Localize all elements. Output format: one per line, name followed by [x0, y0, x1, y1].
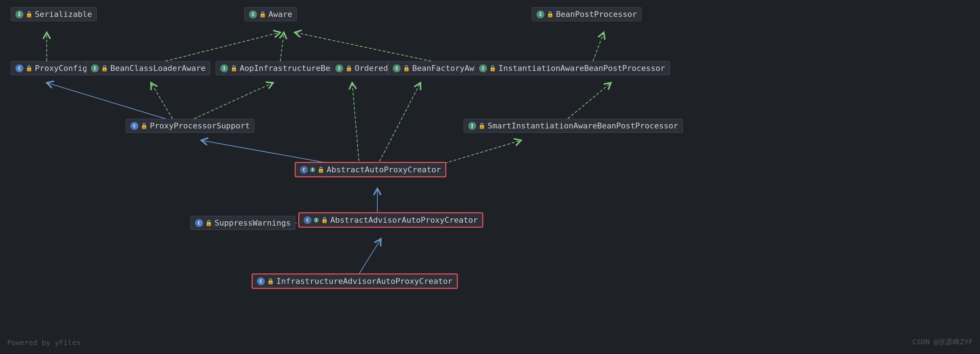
- node-smartinstantiationawarebpp[interactable]: I 🔒 SmartInstantiationAwareBeanPostProce…: [464, 119, 683, 133]
- lock-ordered: 🔒: [345, 65, 353, 72]
- label-pps: ProxyProcessorSupport: [150, 121, 250, 130]
- arrow-siabpp-to-iabpp: [568, 83, 611, 119]
- label-ordered: Ordered: [355, 64, 388, 73]
- icon-bpp: I: [536, 10, 544, 18]
- label-pc: ProxyConfig: [35, 64, 88, 73]
- lock-bpp: 🔒: [547, 11, 554, 18]
- lock-sw: 🔒: [205, 220, 212, 226]
- lock-iapc: 🔒: [267, 278, 274, 285]
- icon-sw: C: [195, 219, 203, 227]
- diagram-container: I 🔒 Serializable I 🔒 Aware I 🔒 BeanPostP…: [0, 0, 980, 354]
- label-siabpp: SmartInstantiationAwareBeanPostProcessor: [488, 121, 678, 130]
- node-proxyconfig[interactable]: C 🔒 ProxyConfig: [11, 61, 92, 75]
- arrow-aopinfra-to-aware: [280, 32, 284, 61]
- lock-aaapc: 🔒: [321, 217, 328, 223]
- icon-serializable: I: [16, 10, 23, 18]
- label-bcla: BeanClassLoaderAware: [110, 64, 205, 73]
- arrow-iabpp-to-bpp: [593, 32, 604, 61]
- icon-aaapc: C: [304, 216, 312, 224]
- node-serializable[interactable]: I 🔒 Serializable: [11, 7, 97, 21]
- node-abstractautoproxycreator[interactable]: C I 🔒 AbstractAutoProxyCreator: [295, 162, 446, 177]
- arrow-bfaware-to-aware: [295, 32, 431, 61]
- label-aib: AopInfrastructureBean: [240, 64, 340, 73]
- lock-aib: 🔒: [231, 65, 237, 72]
- node-aware[interactable]: I 🔒 Aware: [244, 7, 297, 21]
- watermark-left: Powered by yFiles: [7, 338, 81, 347]
- icon-iapc: C: [257, 277, 265, 285]
- label-iabpp: InstantiationAwareBeanPostProcessor: [498, 64, 665, 73]
- arrow-aapc-to-ordered: [352, 83, 360, 166]
- lock-pps: 🔒: [140, 122, 148, 129]
- diagram-arrows: [0, 0, 980, 354]
- arrow-bclaware-to-aware: [165, 32, 280, 61]
- icon-aware: I: [249, 10, 257, 18]
- arrow-aapc-to-bfa: [377, 83, 420, 166]
- icon-siabpp: I: [468, 122, 476, 130]
- lock-serializable: 🔒: [25, 11, 33, 18]
- lock-aware: 🔒: [259, 11, 266, 18]
- lock-siabpp: 🔒: [478, 122, 485, 129]
- label-aapc: AbstractAutoProxyCreator: [327, 165, 441, 174]
- lock-pc: 🔒: [25, 65, 33, 72]
- icon-ordered: I: [335, 64, 343, 72]
- lock-bfa: 🔒: [403, 65, 410, 72]
- arrow-pps-to-pc: [47, 83, 165, 119]
- icon-bcla: I: [91, 64, 99, 72]
- icon-bfa: I: [393, 64, 401, 72]
- node-ordered[interactable]: I 🔒 Ordered: [331, 61, 393, 75]
- node-beanpostprocessor[interactable]: I 🔒 BeanPostProcessor: [532, 7, 641, 21]
- icon-pc: C: [16, 64, 23, 72]
- node-aopinfrastructurebean[interactable]: I 🔒 AopInfrastructureBean: [216, 61, 344, 75]
- icon-iabpp: I: [479, 64, 487, 72]
- label-sw: SuppressWarnings: [215, 218, 291, 227]
- node-proxyprocessorsupport[interactable]: C 🔒 ProxyProcessorSupport: [126, 119, 255, 133]
- node-abstractadvisorautoproxycreator[interactable]: C I 🔒 AbstractAdvisorAutoProxyCreator: [298, 212, 484, 228]
- icon-aaapc2: I: [314, 218, 319, 223]
- label-iapc: InfrastructureAdvisorAutoProxyCreator: [276, 277, 452, 285]
- lock-bcla: 🔒: [101, 65, 108, 72]
- lock-iabpp: 🔒: [489, 65, 496, 72]
- arrow-pps-to-bcla: [151, 83, 172, 119]
- node-instantiationawarebpp[interactable]: I 🔒 InstantiationAwareBeanPostProcessor: [474, 61, 670, 75]
- label-bpp: BeanPostProcessor: [556, 10, 637, 19]
- icon-aapc2: I: [310, 167, 315, 172]
- watermark-right: CSDN @张彦峰ZYF: [912, 337, 973, 347]
- label-serializable: Serializable: [35, 10, 92, 19]
- node-suppresswarnings[interactable]: C 🔒 SuppressWarnings: [191, 216, 295, 230]
- label-aware: Aware: [269, 10, 292, 19]
- icon-pps: C: [130, 122, 138, 130]
- node-infrastructureadvisorautoproxycreator[interactable]: C 🔒 InfrastructureAdvisorAutoProxyCreato…: [251, 273, 458, 289]
- icon-aapc: C: [300, 166, 308, 174]
- icon-aib: I: [220, 64, 228, 72]
- arrow-iapc-to-aaapc: [360, 239, 381, 273]
- lock-aapc: 🔒: [317, 166, 325, 173]
- node-beanclassloaderaware[interactable]: I 🔒 BeanClassLoaderAware: [86, 61, 210, 75]
- arrow-pps-to-aib: [194, 83, 273, 119]
- label-aaapc: AbstractAdvisorAutoProxyCreator: [330, 215, 478, 225]
